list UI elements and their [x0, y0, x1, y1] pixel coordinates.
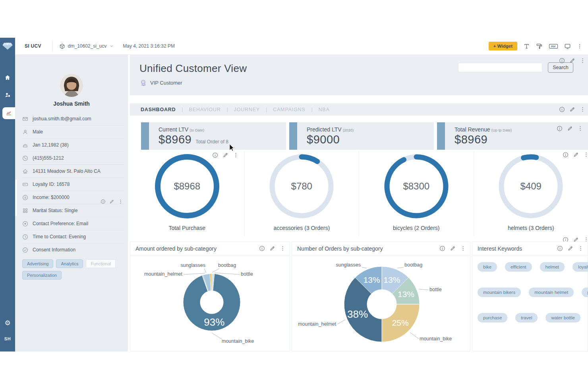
user-initials[interactable]: SH	[0, 336, 15, 341]
info-icon[interactable]	[212, 152, 218, 158]
tab-nba[interactable]: NBA	[319, 107, 330, 112]
kpi-value: $9000	[307, 133, 340, 146]
svg-text:$: $	[24, 196, 26, 199]
edit-icon[interactable]	[450, 245, 456, 251]
edit-icon[interactable]	[269, 245, 275, 251]
customer-profile-sidebar: Joshua Smith joshua.smith.tb@gmail.comMa…	[15, 54, 128, 351]
more-options-icon[interactable]	[118, 199, 123, 204]
email-icon	[22, 116, 28, 122]
more-options-icon[interactable]	[578, 245, 584, 251]
pie-label-sunglasses: sunglasses	[336, 262, 361, 268]
kpi-title: Total Revenue	[455, 126, 490, 133]
search-button[interactable]: Search	[548, 62, 573, 73]
add-widget-button[interactable]: + Widget	[489, 42, 517, 50]
keyword-chip-bike[interactable]: bike	[478, 262, 497, 272]
edit-icon[interactable]	[573, 152, 579, 158]
tab-journey[interactable]: JOURNEY	[234, 107, 260, 112]
text-tool-icon[interactable]	[523, 43, 530, 50]
keyword-chip-precise[interactable]: precise	[582, 288, 588, 297]
kpi-qualifier: (2020)	[343, 128, 354, 132]
profile-field-email: joshua.smith.tb@gmail.com	[22, 112, 124, 126]
sidebar-scrollbar-thumb[interactable]	[15, 180, 17, 216]
kpi-card-predicted-ltv: Predicted LTV(2020)$9000	[289, 122, 434, 150]
kpi-qualifier: (to Date)	[190, 128, 204, 132]
orders-donut: 13%13%25%38%13% sunglasses bootbag bottl…	[292, 255, 470, 351]
info-icon[interactable]	[101, 199, 106, 204]
kpi-value: $8969	[455, 133, 487, 146]
marital-icon	[22, 208, 28, 214]
cube-icon	[59, 43, 65, 49]
search-input[interactable]	[458, 63, 542, 72]
more-options-icon[interactable]	[577, 126, 583, 131]
home-nav-icon[interactable]	[0, 74, 15, 81]
app-logo-icon[interactable]	[0, 42, 15, 50]
kpi-card-current-ltv: Current LTV(to Date)$8969Total Order of …	[141, 122, 286, 150]
info-icon[interactable]	[563, 152, 569, 158]
more-options-icon[interactable]	[460, 245, 466, 251]
keyword-chip-mountain-bikers[interactable]: mountain bikers	[478, 288, 521, 297]
keyword-chip-water-bottle[interactable]: water bottle	[545, 313, 580, 322]
more-options-icon[interactable]	[580, 106, 586, 112]
edit-icon[interactable]	[569, 58, 575, 64]
keyword-chip-efficient[interactable]: efficient	[505, 262, 532, 272]
tab-campaigns[interactable]: CAMPAIGNS	[273, 107, 305, 112]
profile-field-text: (415)555-1212	[33, 155, 64, 161]
info-icon[interactable]	[557, 126, 563, 131]
customers-nav-icon[interactable]	[0, 92, 15, 98]
edit-icon[interactable]	[222, 152, 228, 158]
monitor-icon[interactable]	[564, 43, 571, 50]
kpi-note: Total Order of 8	[195, 139, 228, 145]
consent-chip-personalization[interactable]: Personalization	[22, 271, 62, 280]
gauge-accessories-3-orders: $780accessories (3 Orders)	[245, 151, 360, 236]
tab-dashboard[interactable]: DASHBOARD	[141, 107, 176, 112]
gauge-actions	[212, 152, 239, 158]
more-options-icon[interactable]	[580, 58, 586, 64]
info-icon[interactable]	[259, 245, 265, 251]
income-icon: $	[22, 195, 28, 201]
gauge-label: bicycles (2 Orders)	[359, 225, 474, 231]
pdf-export-icon[interactable]: PDF	[549, 43, 558, 50]
gauge-total-purchase: $8968Total Purchase	[130, 151, 245, 236]
info-icon[interactable]	[439, 245, 445, 251]
profile-field-text: Male	[33, 129, 43, 135]
more-options-icon[interactable]	[583, 152, 588, 158]
leader-line	[397, 267, 404, 268]
info-icon[interactable]	[559, 106, 565, 112]
panel-actions	[557, 245, 584, 251]
model-selector[interactable]: dm_10602_si_ucv	[59, 43, 114, 49]
profile-field-text: 14131 Meadow St. Palo Alto CA	[33, 168, 101, 174]
tab-separator: |	[311, 107, 312, 112]
app-name: SI UCV	[25, 43, 41, 49]
more-options-icon[interactable]	[577, 43, 582, 50]
consent-chip-analytics[interactable]: Analytics	[56, 259, 83, 268]
gauge-value: $8300	[383, 181, 450, 192]
keyword-chip-helmet[interactable]: helmet	[540, 262, 565, 272]
info-icon[interactable]	[559, 58, 565, 64]
keyword-chip-mountain-helmet[interactable]: mountain helmet	[529, 288, 574, 297]
panel-number-of-orders: Number of Orders by sub-category 13%13%2…	[292, 241, 470, 351]
panel-title: Number of Orders by sub-category	[297, 245, 439, 252]
more-options-icon[interactable]	[280, 245, 286, 251]
pie-label-mountain-helmet: mountain_helmet	[144, 271, 182, 277]
settings-gear-icon[interactable]: ⚙	[0, 319, 15, 327]
paint-roller-icon[interactable]	[536, 43, 543, 50]
profile-fields: joshua.smith.tb@gmail.comMaleJan 12,1982…	[15, 112, 128, 256]
info-icon[interactable]	[557, 245, 563, 251]
kpi-accent-bar	[141, 122, 149, 150]
more-options-icon[interactable]	[233, 152, 239, 158]
edit-icon[interactable]	[567, 126, 573, 131]
dashboards-nav-active[interactable]	[2, 107, 15, 119]
panel-amount-ordered: Amount ordered by sub-category 93% sungl…	[130, 241, 290, 351]
keyword-chip-purchase[interactable]: purchase	[478, 313, 507, 322]
edit-icon[interactable]	[109, 199, 114, 204]
consent-chip-advertising[interactable]: Advertising	[22, 259, 53, 268]
profile-field-time: Time to Contact: Evening	[22, 230, 124, 243]
pie-slice-percent: 25%	[392, 318, 409, 327]
consent-chip-functional[interactable]: Functional	[86, 259, 116, 268]
edit-icon[interactable]	[567, 245, 573, 251]
pie-label-bootbag: bootbag	[218, 263, 236, 268]
keyword-chip-loyalty[interactable]: loyalty	[573, 262, 588, 272]
tab-behaviour[interactable]: BEHAVIOUR	[189, 107, 221, 112]
keyword-chip-travel[interactable]: travel	[515, 313, 538, 322]
edit-icon[interactable]	[569, 106, 575, 112]
